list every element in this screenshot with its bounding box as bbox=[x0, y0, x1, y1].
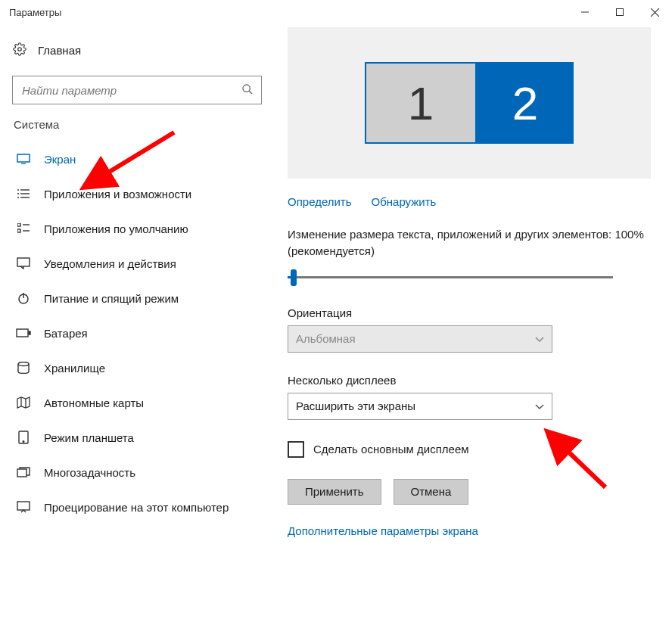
nav-label: Приложения по умолчанию bbox=[44, 222, 188, 235]
make-main-checkbox[interactable] bbox=[288, 441, 304, 458]
svg-point-4 bbox=[18, 47, 22, 51]
svg-rect-30 bbox=[17, 502, 30, 510]
orientation-value: Альбомная bbox=[296, 332, 356, 345]
svg-rect-7 bbox=[17, 154, 30, 162]
minimize-button[interactable] bbox=[568, 0, 602, 24]
monitor-icon bbox=[15, 154, 32, 164]
svg-rect-23 bbox=[29, 331, 30, 334]
nav-battery[interactable]: Батарея bbox=[12, 316, 272, 350]
nav-label: Режим планшета bbox=[44, 431, 134, 444]
multi-display-value: Расширить эти экраны bbox=[296, 400, 415, 412]
close-button[interactable] bbox=[637, 0, 672, 24]
search-input[interactable] bbox=[20, 83, 241, 98]
search-icon bbox=[241, 83, 254, 98]
default-apps-icon bbox=[15, 223, 32, 234]
list-icon bbox=[15, 188, 32, 199]
nav-display[interactable]: Экран bbox=[12, 141, 272, 176]
nav-offline-maps[interactable]: Автономные карты bbox=[12, 385, 272, 420]
detect-link[interactable]: Обнаружить bbox=[372, 195, 437, 208]
apply-button[interactable]: Применить bbox=[288, 479, 381, 505]
nav-label: Батарея bbox=[44, 327, 88, 340]
nav-label: Приложения и возможности bbox=[44, 188, 191, 201]
home-link[interactable]: Главная bbox=[12, 33, 272, 67]
nav-apps-features[interactable]: Приложения и возможности bbox=[12, 176, 272, 211]
storage-icon bbox=[15, 362, 32, 374]
maximize-button[interactable] bbox=[602, 0, 637, 24]
multitask-icon bbox=[15, 467, 32, 477]
nav-multitasking[interactable]: Многозадачность bbox=[12, 455, 272, 490]
titlebar: Параметры bbox=[0, 0, 672, 24]
nav-label: Питание и спящий режим bbox=[44, 292, 179, 305]
slider-thumb[interactable] bbox=[291, 269, 297, 286]
multi-display-label: Несколько дисплеев bbox=[288, 374, 651, 387]
svg-point-28 bbox=[23, 441, 24, 443]
svg-point-24 bbox=[18, 362, 29, 366]
monitor-1[interactable]: 1 bbox=[365, 62, 477, 144]
advanced-display-link[interactable]: Дополнительные параметры экрана bbox=[288, 524, 651, 537]
make-main-checkbox-row[interactable]: Сделать основным дисплеем bbox=[288, 441, 651, 458]
multi-display-select[interactable]: Расширить эти экраны bbox=[288, 393, 552, 420]
gear-icon bbox=[12, 42, 27, 58]
scale-label: Изменение размера текста, приложений и д… bbox=[288, 226, 651, 260]
display-preview[interactable]: 1 2 bbox=[288, 27, 651, 179]
map-icon bbox=[15, 396, 32, 409]
svg-point-5 bbox=[243, 85, 250, 92]
orientation-select: Альбомная bbox=[288, 325, 552, 353]
make-main-label: Сделать основным дисплеем bbox=[313, 443, 469, 456]
nav-projecting[interactable]: Проецирование на этот компьютер bbox=[12, 490, 272, 524]
window-title: Параметры bbox=[9, 7, 61, 18]
project-icon bbox=[15, 501, 32, 513]
nav-label: Многозадачность bbox=[44, 466, 135, 479]
svg-rect-29 bbox=[17, 469, 26, 477]
power-icon bbox=[15, 292, 32, 304]
nav-label: Хранилище bbox=[44, 362, 105, 375]
identify-link[interactable]: Определить bbox=[288, 195, 352, 208]
tablet-icon bbox=[15, 431, 32, 444]
svg-rect-17 bbox=[17, 229, 20, 232]
chevron-down-icon bbox=[535, 332, 544, 345]
nav-default-apps[interactable]: Приложения по умолчанию bbox=[12, 211, 272, 246]
search-box[interactable] bbox=[12, 76, 262, 104]
svg-rect-22 bbox=[17, 329, 28, 337]
home-label: Главная bbox=[38, 44, 81, 57]
cancel-button[interactable]: Отмена bbox=[394, 479, 469, 505]
svg-line-6 bbox=[249, 91, 252, 94]
chevron-down-icon bbox=[535, 400, 544, 412]
section-label: Система bbox=[14, 118, 272, 131]
nav-label: Экран bbox=[44, 153, 76, 166]
svg-rect-15 bbox=[17, 223, 20, 226]
nav-label: Проецирование на этот компьютер bbox=[44, 501, 229, 514]
notifications-icon bbox=[15, 257, 32, 269]
nav-label: Уведомления и действия bbox=[44, 257, 176, 270]
nav-power-sleep[interactable]: Питание и спящий режим bbox=[12, 281, 272, 316]
main-panel: 1 2 Определить Обнаружить Изменение разм… bbox=[272, 24, 672, 625]
nav-storage[interactable]: Хранилище bbox=[12, 350, 272, 385]
orientation-label: Ориентация bbox=[288, 306, 651, 319]
nav-tablet-mode[interactable]: Режим планшета bbox=[12, 420, 272, 455]
svg-rect-19 bbox=[17, 258, 30, 266]
nav-label: Автономные карты bbox=[44, 396, 144, 409]
svg-rect-1 bbox=[617, 9, 624, 16]
sidebar: Главная Система Экран Приложения и возмо… bbox=[0, 24, 272, 625]
scale-slider[interactable] bbox=[288, 267, 613, 288]
monitor-2[interactable]: 2 bbox=[477, 62, 574, 144]
nav-notifications[interactable]: Уведомления и действия bbox=[12, 246, 272, 281]
battery-icon bbox=[15, 328, 32, 337]
